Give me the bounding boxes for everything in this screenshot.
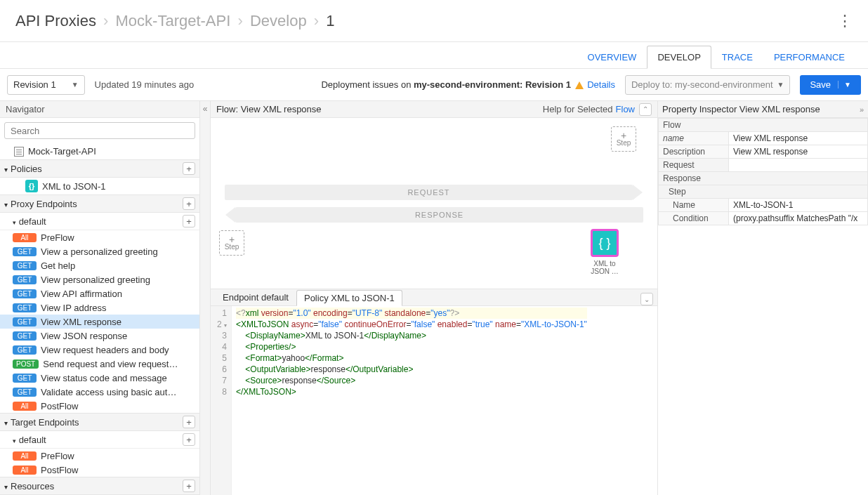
warning-icon bbox=[575, 81, 584, 89]
response-flow-bar: RESPONSE bbox=[235, 207, 643, 223]
updated-timestamp: Updated 19 minutes ago bbox=[95, 79, 195, 90]
request-flow-bar: REQUEST bbox=[225, 185, 633, 200]
endpoint-item[interactable]: GETView XML response bbox=[0, 315, 199, 329]
revision-label: Revision 1 bbox=[13, 79, 56, 90]
method-badge: GET bbox=[13, 247, 37, 256]
deploy-to-selector[interactable]: Deploy to: my-second-environment ▼ bbox=[625, 75, 791, 95]
target-default-header[interactable]: ▾ default + bbox=[0, 431, 199, 449]
property-inspector: Property Inspector View XML response » F… bbox=[657, 101, 868, 495]
revision-selector[interactable]: Revision 1 ▼ bbox=[7, 75, 85, 95]
endpoint-item[interactable]: GETView request headers and body bbox=[0, 343, 199, 357]
method-badge: GET bbox=[13, 303, 37, 312]
navigator-title: Navigator bbox=[0, 101, 199, 118]
add-flow-button[interactable]: + bbox=[183, 215, 195, 227]
header: API Proxies › Mock-Target-API › Develop … bbox=[0, 0, 868, 42]
method-badge: All bbox=[13, 233, 37, 242]
tab-develop[interactable]: DEVELOP bbox=[647, 46, 711, 69]
method-badge: All bbox=[13, 466, 37, 475]
endpoint-item[interactable]: AllPreFlow bbox=[0, 230, 199, 244]
method-badge: All bbox=[13, 402, 37, 411]
endpoint-item[interactable]: GETView JSON response bbox=[0, 329, 199, 343]
collapse-code-icon[interactable]: ⌄ bbox=[640, 293, 653, 305]
target-item[interactable]: AllPostFlow bbox=[0, 463, 199, 477]
endpoint-label: View request headers and body bbox=[41, 345, 169, 355]
add-proxy-endpoint-button[interactable]: + bbox=[183, 197, 195, 210]
method-badge: GET bbox=[13, 345, 37, 355]
collapse-navigator[interactable]: « bbox=[200, 101, 211, 495]
add-response-step[interactable]: +Step bbox=[219, 230, 244, 256]
code-tab-endpoint[interactable]: Endpoint default bbox=[215, 289, 296, 305]
method-badge: GET bbox=[13, 261, 37, 270]
endpoint-item[interactable]: POSTSend request and view request… bbox=[0, 357, 199, 371]
request-section: Request bbox=[659, 159, 729, 172]
target-endpoints-section[interactable]: ▾Target Endpoints + bbox=[0, 413, 199, 431]
breadcrumb-view[interactable]: Develop bbox=[250, 12, 307, 29]
code-content[interactable]: <?xml version="1.0" encoding="UTF-8" sta… bbox=[232, 306, 591, 495]
tab-performance[interactable]: PERFORMANCE bbox=[763, 46, 855, 68]
tab-overview[interactable]: OVERVIEW bbox=[577, 46, 647, 68]
endpoint-item[interactable]: GETView status code and message bbox=[0, 371, 199, 385]
policies-section[interactable]: ▾Policies + bbox=[0, 159, 199, 178]
flow-title: Flow: View XML response bbox=[216, 104, 322, 114]
endpoint-item[interactable]: GETGet help bbox=[0, 258, 199, 272]
method-badge: GET bbox=[13, 388, 37, 397]
endpoint-label: PostFlow bbox=[41, 465, 78, 475]
name-value[interactable]: View XML response bbox=[729, 132, 868, 145]
add-request-step[interactable]: +Step bbox=[611, 126, 636, 152]
policy-item[interactable]: {} XML to JSON-1 bbox=[0, 178, 199, 194]
add-policy-button[interactable]: + bbox=[183, 162, 195, 175]
code-editor[interactable]: 12 ▾345678 <?xml version="1.0" encoding=… bbox=[211, 306, 657, 495]
tab-trace[interactable]: TRACE bbox=[711, 46, 763, 68]
endpoint-item[interactable]: GETView personalized greeting bbox=[0, 272, 199, 286]
method-badge: GET bbox=[13, 374, 37, 383]
resources-section[interactable]: ▾Resources + bbox=[0, 477, 199, 495]
step-name-value[interactable]: XML-to-JSON-1 bbox=[729, 199, 868, 212]
endpoint-item[interactable]: GETView a personalized greeting bbox=[0, 244, 199, 258]
details-link[interactable]: Details bbox=[587, 79, 615, 90]
breadcrumb-root[interactable]: API Proxies bbox=[15, 12, 96, 29]
proxy-root-item[interactable]: Mock-Target-API bbox=[0, 143, 199, 159]
xml-to-json-icon: {} bbox=[25, 180, 38, 192]
more-menu-icon[interactable]: ⋮ bbox=[837, 12, 853, 30]
view-tabs: OVERVIEW DEVELOP TRACE PERFORMANCE bbox=[0, 42, 868, 69]
property-table: Flow nameView XML response DescriptionVi… bbox=[658, 118, 868, 225]
add-target-flow-button[interactable]: + bbox=[183, 433, 195, 446]
code-tab-policy[interactable]: Policy XML to JSON-1 bbox=[296, 290, 402, 306]
add-target-endpoint-button[interactable]: + bbox=[183, 416, 195, 428]
endpoint-item[interactable]: AllPostFlow bbox=[0, 399, 199, 413]
endpoint-label: PreFlow bbox=[41, 451, 74, 461]
endpoint-item[interactable]: GETView IP address bbox=[0, 301, 199, 315]
proxy-endpoints-section[interactable]: ▾Proxy Endpoints + bbox=[0, 194, 199, 213]
endpoint-label: PreFlow bbox=[41, 232, 74, 243]
collapse-flow-icon[interactable]: ⌃ bbox=[639, 103, 652, 116]
method-badge: GET bbox=[13, 317, 37, 326]
caret-down-icon: ▼ bbox=[72, 81, 79, 88]
proxy-default-header[interactable]: ▾ default + bbox=[0, 213, 199, 230]
add-resource-button[interactable]: + bbox=[183, 480, 195, 492]
endpoint-label: Validate access using basic aut… bbox=[41, 387, 176, 397]
search-input[interactable] bbox=[4, 122, 195, 139]
proxy-icon bbox=[14, 147, 24, 157]
help-label: Help for Selected bbox=[543, 104, 613, 114]
line-gutter: 12 ▾345678 bbox=[211, 306, 232, 495]
endpoint-label: View a personalized greeting bbox=[41, 246, 158, 257]
description-value[interactable]: View XML response bbox=[729, 145, 868, 159]
breadcrumb-proxy[interactable]: Mock-Target-API bbox=[116, 12, 231, 29]
endpoint-label: Send request and view request… bbox=[43, 359, 178, 369]
target-item[interactable]: AllPreFlow bbox=[0, 449, 199, 463]
xml-to-json-policy-node[interactable]: { } XML to JSON … bbox=[591, 229, 619, 275]
endpoint-item[interactable]: GETView API affirmation bbox=[0, 286, 199, 301]
endpoint-item[interactable]: GETValidate access using basic aut… bbox=[0, 385, 199, 399]
method-badge: All bbox=[13, 451, 37, 461]
method-badge: POST bbox=[13, 359, 39, 369]
inspector-title: Property Inspector View XML response bbox=[662, 104, 820, 114]
endpoint-label: View status code and message bbox=[41, 373, 167, 383]
flow-help-link[interactable]: Flow bbox=[616, 104, 635, 114]
save-button[interactable]: Save ▼ bbox=[800, 75, 861, 95]
endpoint-label: View JSON response bbox=[41, 331, 127, 341]
expand-inspector-icon[interactable]: » bbox=[860, 105, 864, 114]
toolbar: Revision 1 ▼ Updated 19 minutes ago Depl… bbox=[0, 69, 868, 101]
caret-down-icon: ▼ bbox=[777, 81, 784, 88]
breadcrumb-revision: 1 bbox=[326, 12, 334, 29]
condition-value[interactable]: (proxy.pathsuffix MatchesPath "/x bbox=[729, 212, 868, 225]
